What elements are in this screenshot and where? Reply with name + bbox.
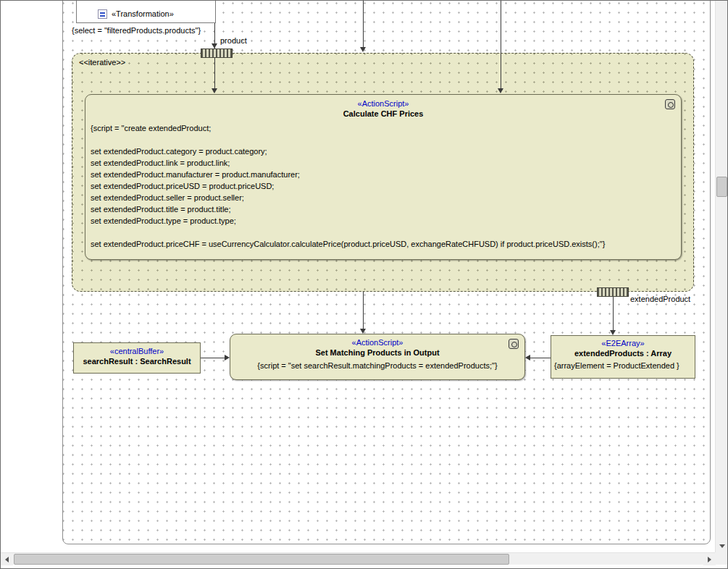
product-pin-icon[interactable] <box>201 49 233 58</box>
edge-top-to-calculate-action[interactable] <box>501 1 501 88</box>
arrow-down-icon <box>360 47 366 52</box>
extended-product-pin-icon[interactable] <box>597 287 629 297</box>
calculate-action-script: {script = "create extendedProduct; set e… <box>91 122 676 250</box>
edge-top-to-iterative-region[interactable] <box>363 1 364 47</box>
actionscript-badge-icon <box>509 339 519 349</box>
arrow-down-icon <box>212 43 217 49</box>
edge-extended-product-pin-to-array[interactable] <box>613 297 614 330</box>
scroll-left-button[interactable] <box>1 553 13 565</box>
calculate-action-title: Calculate CHF Prices <box>85 109 681 119</box>
arrow-down-icon <box>212 88 217 93</box>
edge-search-result-to-set-matching[interactable] <box>201 358 225 358</box>
product-pin-label: product <box>220 36 247 45</box>
arrow-left-icon <box>525 355 530 361</box>
scroll-down-button[interactable] <box>716 540 728 552</box>
search-result-buffer-node[interactable]: «centralBuffer» searchResult : SearchRes… <box>73 342 201 374</box>
arrow-down-icon <box>360 329 366 334</box>
actionscript-badge-icon <box>665 99 675 109</box>
search-result-title: searchResult : SearchResult <box>74 356 200 367</box>
extended-products-array-node[interactable]: «E2EArray» extendedProducts : Array {arr… <box>551 335 695 379</box>
diagram-editor-window: <<iterative>> «ActionScript» Calculate C… <box>0 0 728 569</box>
transformation-stereotype: «Transformation» <box>112 9 174 18</box>
arrow-right-icon <box>225 355 230 361</box>
scroll-left-icon <box>5 557 9 562</box>
arrow-down-icon <box>498 88 503 93</box>
calculate-chf-prices-action[interactable]: «ActionScript» Calculate CHF Prices {scr… <box>85 94 682 260</box>
search-result-stereotype: «centralBuffer» <box>74 343 200 356</box>
horizontal-scrollbar[interactable] <box>1 552 716 565</box>
extended-product-pin-label: extendedProduct <box>630 295 690 303</box>
edge-product-pin-to-calculate[interactable] <box>214 58 215 88</box>
scroll-down-icon <box>719 544 725 548</box>
scroll-right-button[interactable] <box>703 553 716 565</box>
transformation-node[interactable]: «Transformation» <box>76 1 216 23</box>
iterative-expansion-region[interactable]: <<iterative>> «ActionScript» Calculate C… <box>72 53 694 292</box>
extended-products-title: extendedProducts : Array <box>551 348 695 359</box>
arrow-down-icon <box>610 330 616 335</box>
set-matching-stereotype: «ActionScript» <box>230 334 524 347</box>
diagram-canvas[interactable]: <<iterative>> «ActionScript» Calculate C… <box>1 1 716 552</box>
scroll-right-icon <box>708 557 711 562</box>
scrollbar-corner <box>715 552 727 565</box>
edge-iterative-to-set-matching[interactable] <box>363 292 364 329</box>
vertical-scrollbar[interactable] <box>715 1 727 552</box>
extended-products-constraint: {arrayElement = ProductExtended } <box>551 359 695 370</box>
edge-array-to-set-matching[interactable] <box>530 358 551 358</box>
set-matching-title: Set Matching Products in Output <box>230 347 524 358</box>
horizontal-scrollbar-thumb[interactable] <box>14 554 509 565</box>
iterative-region-label: <<iterative>> <box>79 58 125 67</box>
transformation-icon <box>98 9 107 19</box>
set-matching-script: {script = "set searchResult.matchingProd… <box>230 361 524 370</box>
transformation-constraint: {select = "filteredProducts.products"} <box>70 26 202 35</box>
extended-products-stereotype: «E2EArray» <box>551 336 695 348</box>
calculate-action-stereotype: «ActionScript» <box>85 95 681 109</box>
vertical-scrollbar-thumb[interactable] <box>716 177 727 197</box>
set-matching-products-action[interactable]: «ActionScript» Set Matching Products in … <box>230 334 525 380</box>
